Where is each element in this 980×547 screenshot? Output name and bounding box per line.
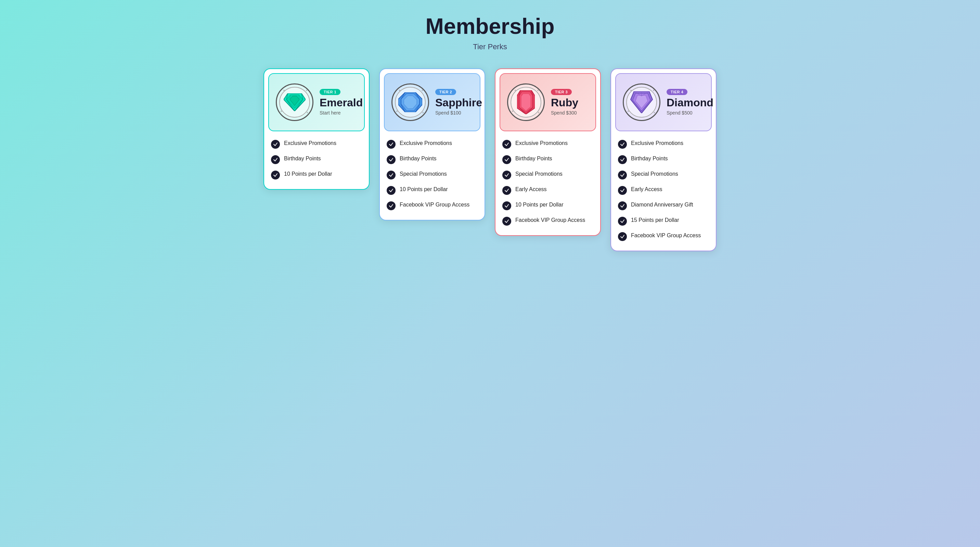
perk-label: Facebook VIP Group Access (515, 216, 585, 224)
list-item: Exclusive Promotions (618, 140, 709, 149)
gem-circle-ruby: ++++ (507, 83, 545, 121)
perk-label: Early Access (631, 186, 662, 193)
perk-label: Birthday Points (284, 155, 321, 162)
check-icon (502, 155, 511, 164)
perk-label: Birthday Points (631, 155, 668, 162)
check-icon (502, 217, 511, 226)
list-item: Exclusive Promotions (502, 140, 593, 149)
perk-label: 10 Points per Dollar (284, 170, 332, 178)
tier-name-emerald: Emerald (320, 97, 363, 108)
tier-desc-sapphire: Spend $100 (435, 110, 482, 116)
check-icon (387, 155, 396, 164)
sparkle-tl-icon: + (630, 89, 632, 92)
sparkle-br-icon: + (422, 111, 424, 114)
tier-badge-ruby: TIER 3 (551, 89, 572, 95)
gem-circle-emerald: ++++ (276, 83, 313, 121)
card-header-ruby: ++++ TIER 3RubySpend $300 (500, 73, 596, 131)
perk-label: 10 Points per Dollar (400, 186, 448, 193)
check-icon (502, 171, 511, 179)
check-icon (271, 155, 280, 164)
perk-label: Facebook VIP Group Access (631, 232, 701, 239)
list-item: Diamond Anniversary Gift (618, 201, 709, 210)
header-text-sapphire: TIER 2SapphireSpend $100 (435, 89, 482, 116)
sparkle-br-icon: + (306, 111, 308, 114)
tier-card-ruby: ++++ TIER 3RubySpend $300Exclusive Promo… (495, 68, 601, 236)
list-item: 10 Points per Dollar (502, 201, 593, 210)
tier-name-diamond: Diamond (667, 97, 713, 108)
gem-circle-sapphire: ++++ (391, 83, 429, 121)
check-icon (618, 140, 627, 149)
tier-desc-diamond: Spend $500 (667, 110, 713, 116)
perk-label: 10 Points per Dollar (515, 201, 563, 209)
tier-card-emerald: ++++ TIER 1EmeraldStart hereExclusive Pr… (264, 68, 369, 190)
list-item: Facebook VIP Group Access (618, 232, 709, 241)
tier-badge-sapphire: TIER 2 (435, 89, 456, 95)
sparkle-br-icon: + (538, 111, 539, 114)
card-header-emerald: ++++ TIER 1EmeraldStart here (268, 73, 365, 131)
check-icon (618, 201, 627, 210)
perk-label: Special Promotions (400, 170, 447, 178)
tier-badge-diamond: TIER 4 (667, 89, 687, 95)
check-icon (502, 140, 511, 149)
card-header-sapphire: ++++ TIER 2SapphireSpend $100 (384, 73, 480, 131)
check-icon (618, 186, 627, 195)
perks-list-ruby: Exclusive PromotionsBirthday PointsSpeci… (495, 131, 600, 235)
perk-label: Birthday Points (515, 155, 552, 162)
list-item: Early Access (618, 186, 709, 195)
check-icon (271, 140, 280, 149)
list-item: Special Promotions (618, 170, 709, 179)
check-icon (387, 201, 396, 210)
check-icon (502, 186, 511, 195)
perk-label: Exclusive Promotions (400, 140, 452, 147)
perk-label: 15 Points per Dollar (631, 216, 679, 224)
check-icon (387, 171, 396, 179)
list-item: Birthday Points (502, 155, 593, 164)
list-item: Facebook VIP Group Access (387, 201, 478, 210)
perks-list-sapphire: Exclusive PromotionsBirthday PointsSpeci… (380, 131, 485, 220)
perk-label: Exclusive Promotions (631, 140, 683, 147)
tier-desc-emerald: Start here (320, 110, 363, 116)
check-icon (618, 232, 627, 241)
list-item: Exclusive Promotions (387, 140, 478, 149)
header-text-diamond: TIER 4DiamondSpend $500 (667, 89, 713, 116)
cards-container: ++++ TIER 1EmeraldStart hereExclusive Pr… (250, 68, 730, 251)
list-item: Special Promotions (502, 170, 593, 179)
list-item: Birthday Points (387, 155, 478, 164)
sparkle-tl-icon: + (514, 89, 516, 92)
list-item: Early Access (502, 186, 593, 195)
tier-desc-ruby: Spend $300 (551, 110, 578, 116)
list-item: 10 Points per Dollar (271, 170, 362, 179)
perk-label: Exclusive Promotions (284, 140, 336, 147)
list-item: Facebook VIP Group Access (502, 216, 593, 226)
sparkle-bl-icon: + (627, 109, 629, 113)
list-item: 15 Points per Dollar (618, 216, 709, 226)
list-item: 10 Points per Dollar (387, 186, 478, 195)
page-subtitle: Tier Perks (473, 43, 507, 51)
tier-name-ruby: Ruby (551, 97, 578, 108)
header-text-emerald: TIER 1EmeraldStart here (320, 89, 363, 116)
perk-label: Special Promotions (515, 170, 563, 178)
sparkle-bl-icon: + (512, 109, 514, 113)
sparkle-bl-icon: + (280, 109, 282, 113)
perks-list-diamond: Exclusive PromotionsBirthday PointsSpeci… (611, 131, 716, 251)
tier-badge-emerald: TIER 1 (320, 89, 340, 95)
tier-name-sapphire: Sapphire (435, 97, 482, 108)
sparkle-tr-icon: + (537, 89, 539, 92)
check-icon (387, 186, 396, 195)
list-item: Birthday Points (271, 155, 362, 164)
check-icon (618, 217, 627, 226)
tier-card-sapphire: ++++ TIER 2SapphireSpend $100Exclusive P… (379, 68, 485, 220)
check-icon (618, 171, 627, 179)
list-item: Exclusive Promotions (271, 140, 362, 149)
perk-label: Facebook VIP Group Access (400, 201, 469, 209)
perks-list-emerald: Exclusive PromotionsBirthday Points10 Po… (264, 131, 369, 189)
sparkle-tl-icon: + (399, 89, 401, 92)
list-item: Special Promotions (387, 170, 478, 179)
sparkle-tr-icon: + (652, 89, 655, 92)
list-item: Birthday Points (618, 155, 709, 164)
tier-card-diamond: ++++ TIER 4DiamondSpend $500Exclusive Pr… (611, 68, 716, 251)
check-icon (502, 201, 511, 210)
check-icon (618, 155, 627, 164)
perk-label: Exclusive Promotions (515, 140, 568, 147)
check-icon (271, 171, 280, 179)
